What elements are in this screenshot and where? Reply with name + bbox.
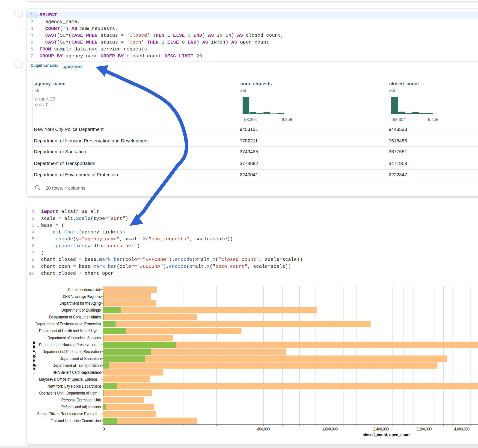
svg-text:Department of Health and Menta: Department of Health and Mental Hyg… <box>39 328 101 333</box>
svg-text:800,000: 800,000 <box>257 427 270 431</box>
svg-text:Department of Homeless Service: Department of Homeless Services <box>48 335 101 340</box>
svg-text:Department of Transportation: Department of Transportation <box>53 363 101 368</box>
svg-text:DHS Advantage Programs: DHS Advantage Programs <box>63 294 101 299</box>
svg-text:Refunds and Adjustments: Refunds and Adjustments <box>61 404 101 409</box>
svg-text:Mayorâ€ s Office of Special En: Mayorâ€ s Office of Special Enforce… <box>39 377 101 382</box>
svg-text:Department of Parks and Recrea: Department of Parks and Recreation <box>42 349 101 354</box>
svg-text:Taxi and Limousine Commission: Taxi and Limousine Commission <box>51 418 101 423</box>
svg-text:Department of Environmental Pr: Department of Environmental Protection <box>36 322 101 326</box>
svg-text:2,400,000: 2,400,000 <box>373 427 389 431</box>
svg-text:4,000,000: 4,000,000 <box>454 427 470 431</box>
svg-text:HRA Benefit Card Replacement: HRA Benefit Card Replacement <box>53 370 101 375</box>
svg-text:3,200,000: 3,200,000 <box>416 427 432 431</box>
svg-text:Department of Sanitation: Department of Sanitation <box>59 356 101 361</box>
svg-text:Correspondence Unit: Correspondence Unit <box>68 287 101 292</box>
svg-text:Department of Buildings: Department of Buildings <box>61 308 101 312</box>
svg-text:Department of Housing Preserva: Department of Housing Preservation … <box>39 342 101 347</box>
svg-text:Department of Consumer Affairs: Department of Consumer Affairs <box>49 315 101 319</box>
svg-text:agency_name: agency_name <box>31 341 36 370</box>
svg-text:0: 0 <box>102 427 105 431</box>
svg-text:Department for the Aging: Department for the Aging <box>59 301 101 305</box>
svg-text:1,600,000: 1,600,000 <box>322 427 338 431</box>
svg-text:Operations Unit - Department o: Operations Unit - Department of Hom… <box>39 391 101 395</box>
svg-text:New York City Police Departmen: New York City Police Department <box>48 384 101 389</box>
svg-text:Personal Exemption Unit: Personal Exemption Unit <box>61 398 101 402</box>
svg-text:closed_count, open_count: closed_count, open_count <box>363 432 411 437</box>
svg-text:Senior Citizen Rent Increase E: Senior Citizen Rent Increase Exempti… <box>37 411 101 416</box>
